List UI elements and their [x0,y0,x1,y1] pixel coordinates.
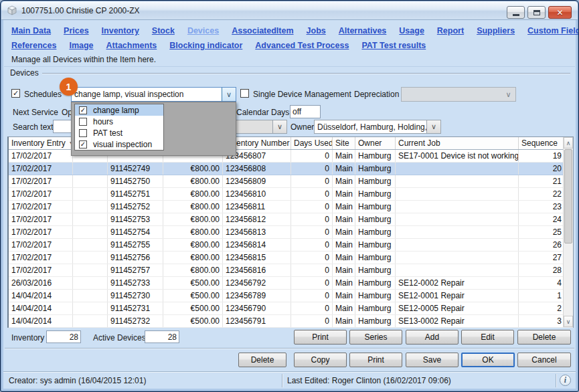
table-cell: 911452731 [108,302,163,314]
dialog-copy-button[interactable]: Copy [294,353,347,367]
schedule-option-visual-inspection[interactable]: ✓visual inspection [75,138,163,150]
table-cell: 0 [291,239,333,251]
dialog-delete-button[interactable]: Delete [238,353,286,367]
schedule-option-checkbox[interactable]: ✓ [79,140,87,149]
table-cell: 911452754 [108,226,163,238]
tab-main-data[interactable]: Main Data [11,26,51,35]
table-cell: 14/04/2014 [9,290,73,302]
schedule-option-checkbox[interactable] [79,129,87,137]
scroll-up-icon[interactable]: ∧ [564,137,573,149]
table-cell: 22 [519,188,565,200]
minimize-icon [513,14,519,16]
table-row[interactable]: 14/04/2014911452731€500.001234567900Main… [9,302,573,315]
table-cell: €800.00 [163,188,223,200]
table-edit-button[interactable]: Edit [461,330,514,345]
tab-stock[interactable]: Stock [152,26,175,35]
schedules-combobox[interactable]: change lamp, visual inspection ∨ [71,87,236,102]
tab-suppliers[interactable]: Suppliers [477,26,515,35]
tab-prices[interactable]: Prices [64,26,89,35]
table-cell [73,302,108,314]
table-row[interactable]: 17/02/2017911452750€800.001234568090Main… [9,175,573,188]
schedules-checkbox[interactable]: ✓ [11,89,20,98]
tab-pat-test-results[interactable]: PAT Test results [361,41,426,50]
chevron-down-icon[interactable]: ∨ [222,88,236,101]
table-row[interactable]: 17/02/2017911452754€800.001234568130Main… [9,226,573,239]
tab-inventory[interactable]: Inventory [102,26,139,35]
table-row[interactable]: 26/03/2016911452733€500.001234567920Main… [9,277,573,290]
search-text-label: Search text [13,122,54,132]
schedule-option-checkbox[interactable]: ✓ [79,106,87,114]
schedule-option-change-lamp[interactable]: ✓change lamp [75,104,163,116]
column-header-inventory-entry[interactable]: Inventory Entry▼ [9,137,73,149]
tab-jobs[interactable]: Jobs [307,26,326,35]
dialog-cancel-button[interactable]: Cancel [517,353,571,367]
table-cell: 123456809 [223,175,291,187]
tab-devices[interactable]: Devices [187,26,219,35]
table-row[interactable]: 17/02/2017911452753€800.001234568120Main… [9,213,573,226]
table-row[interactable]: 14/04/2014911452730€500.001234567890Main… [9,290,573,302]
tab-alternatives[interactable]: Alternatives [339,26,387,35]
column-header-days-used[interactable]: Days Used [291,137,333,149]
chevron-down-icon[interactable]: ∨ [426,120,440,133]
chevron-down-icon[interactable]: ∨ [272,120,286,133]
single-device-checkbox[interactable] [240,89,249,98]
scroll-down-icon[interactable]: ∨ [564,316,573,327]
dialog-ok-button[interactable]: OK [461,353,515,367]
table-cell: Hamburg [355,277,396,289]
schedule-option-label: PAT test [93,128,122,138]
table-cell: €800.00 [163,213,223,225]
tab-attachments[interactable]: Attachments [106,41,157,50]
maximize-button[interactable] [527,6,546,19]
table-cell: 0 [291,277,333,289]
schedule-option-hours[interactable]: hours [75,116,163,127]
table-row[interactable]: 17/02/2017911452757€800.001234568160Main… [9,264,573,277]
tab-blocking-indicator[interactable]: Blocking indicator [169,41,242,50]
info-icon[interactable]: i [560,375,571,386]
table-row[interactable]: 17/02/2017911452756€800.001234568150Main… [9,252,573,264]
table-add-button[interactable]: Add [406,330,459,345]
tab-custom-fields[interactable]: Custom Fields [527,26,579,35]
table-row[interactable]: 17/02/2017911452749€800.001234568080Main… [9,163,573,175]
table-print-button[interactable]: Print [294,330,347,345]
table-series-button[interactable]: Series [349,330,402,345]
schedule-option-checkbox[interactable] [79,118,87,126]
schedule-option-pat-test[interactable]: PAT test [75,127,163,138]
scrollbar-thumb[interactable] [564,149,572,243]
table-row[interactable]: 17/02/2017911452751€800.001234568100Main… [9,188,573,201]
column-header-site[interactable]: Site [333,137,355,149]
column-header-current-job[interactable]: Current Job [396,137,519,149]
column-header-owner[interactable]: Owner [355,137,396,149]
close-button[interactable]: ✕ [548,6,572,19]
table-row[interactable]: 17/02/2017911452755€800.001234568140Main… [9,239,573,252]
table-cell: Main [333,264,355,276]
table-cell: 123456808 [223,163,291,175]
tab-advanced-test-process[interactable]: Advanced Test Process [255,41,349,50]
owner-combobox[interactable]: Düsseldorf, Hamburg, Holding, Leas ∨ [314,120,441,134]
tab-report[interactable]: Report [437,26,464,35]
table-cell: Main [333,175,355,187]
table-cell: 24 [519,213,565,225]
table-cell: 0 [291,264,333,276]
table-cell: 0 [291,150,333,162]
table-cell [73,188,108,200]
table-delete-button[interactable]: Delete [517,330,571,345]
active-devices-field: 28 [145,330,179,343]
table-cell: Hamburg [355,239,396,251]
table-row[interactable]: 14/04/2014911452732€500.001234567910Main… [9,315,573,328]
table-cell: Main [333,150,355,162]
table-cell: Hamburg [355,175,396,187]
vertical-scrollbar[interactable]: ∧ ∨ [563,137,573,327]
table-cell: 17/02/2017 [9,163,73,175]
tab-associateditem[interactable]: AssociatedItem [232,26,293,35]
tab-references[interactable]: References [11,41,56,50]
table-cell: 911452749 [108,163,163,175]
column-header-sequence[interactable]: Sequence [519,137,565,149]
dialog-save-button[interactable]: Save [406,353,459,367]
calendar-days-field[interactable]: off [290,105,321,118]
table-row[interactable]: 17/02/2017911452752€800.001234568110Main… [9,201,573,213]
minimize-button[interactable] [507,6,525,19]
dialog-print-button[interactable]: Print [349,353,402,367]
table-cell: 123456812 [223,213,291,225]
tab-usage[interactable]: Usage [399,26,424,35]
tab-image[interactable]: Image [69,41,93,50]
